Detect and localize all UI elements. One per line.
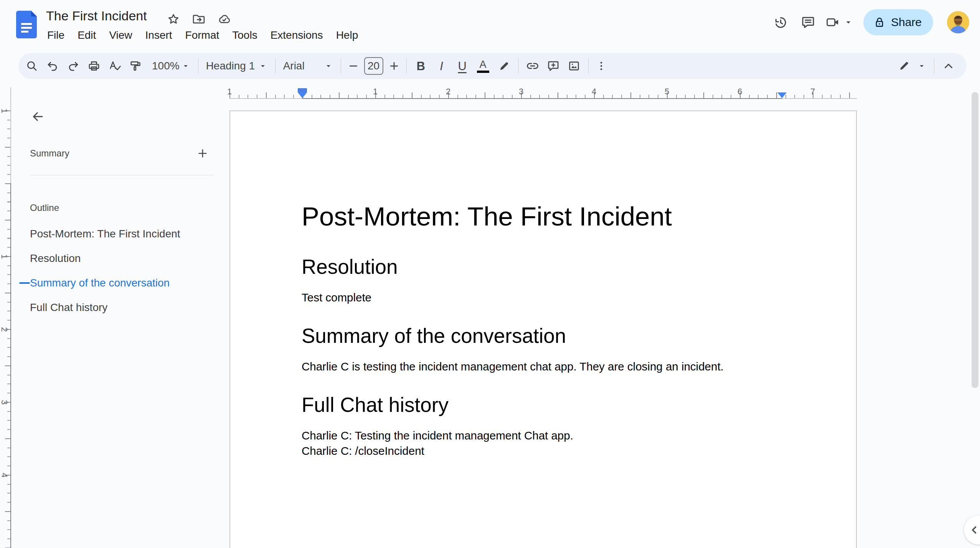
horizontal-ruler: 1 1 2 3 4 5 6 7 [229, 87, 857, 99]
add-comment-icon [547, 59, 560, 72]
lock-icon [873, 16, 886, 28]
show-side-panel-button[interactable] [964, 515, 980, 545]
vertical-scrollbar[interactable] [972, 92, 978, 388]
paragraph-style-select[interactable]: Heading 1 [202, 55, 271, 77]
ruler-label: 3 [0, 397, 9, 408]
zoom-value: 100% [152, 60, 180, 72]
doc-heading-summary[interactable]: Summary of the conversation [302, 324, 785, 348]
menu-file[interactable]: File [41, 27, 71, 44]
insert-link-button[interactable] [522, 55, 543, 77]
underline-icon: U [458, 60, 466, 72]
paint-format-icon [129, 59, 142, 72]
text-color-icon: A [477, 59, 489, 73]
editing-mode-icon [898, 60, 910, 72]
active-item-dash [19, 282, 30, 284]
close-outline-button[interactable] [28, 107, 47, 126]
divider [30, 175, 214, 175]
search-icon [25, 59, 38, 72]
chevron-down-icon [181, 61, 190, 71]
toolbar: 100% Heading 1 Arial 20 B I U [18, 53, 967, 79]
document-page[interactable]: Post-Mortem: The First Incident Resoluti… [229, 110, 857, 548]
menu-help[interactable]: Help [330, 27, 365, 44]
document-status-button[interactable] [215, 10, 233, 28]
doc-heading-resolution[interactable]: Resolution [302, 255, 785, 279]
account-avatar[interactable] [947, 11, 969, 33]
outline-item[interactable]: Full Chat history [18, 295, 219, 320]
text-color-button[interactable]: A [473, 55, 493, 77]
doc-heading-title[interactable]: Post-Mortem: The First Incident [302, 201, 785, 232]
editing-mode-select[interactable] [894, 55, 930, 77]
chevron-down-icon [324, 61, 333, 71]
menu-insert[interactable]: Insert [139, 27, 179, 44]
menu-bar: File Edit View Insert Format Tools Exten… [41, 27, 365, 44]
ruler-label: 5 [659, 87, 675, 97]
redo-button[interactable] [63, 55, 84, 77]
menu-view[interactable]: View [102, 27, 139, 44]
menu-tools[interactable]: Tools [226, 27, 264, 44]
bold-button[interactable]: B [411, 55, 431, 77]
decrease-font-size-button[interactable] [345, 55, 362, 77]
font-family-select[interactable]: Arial [279, 55, 337, 77]
ruler-label: 3 [513, 87, 529, 97]
more-options-button[interactable] [592, 55, 610, 77]
ruler-label: 1 [0, 251, 9, 262]
star-button[interactable] [164, 10, 183, 28]
add-summary-button[interactable] [195, 146, 210, 161]
outline-item-active[interactable]: Summary of the conversation [18, 271, 219, 295]
indent-marker-left[interactable] [298, 88, 307, 98]
ruler-label: 1 [368, 87, 383, 97]
doc-paragraph[interactable]: Charlie C is testing the incident manage… [302, 359, 785, 374]
move-folder-icon [192, 13, 205, 26]
divider [406, 58, 407, 74]
share-label: Share [891, 16, 922, 29]
join-call-button[interactable] [822, 8, 843, 36]
chevron-down-icon [843, 17, 853, 27]
ruler-label: 7 [805, 87, 820, 97]
menu-extensions[interactable]: Extensions [264, 27, 330, 44]
doc-paragraph[interactable]: Charlie C: /closeIncident [302, 443, 785, 459]
divider [934, 58, 934, 74]
outline-item[interactable]: Resolution [18, 246, 219, 271]
font-value: Arial [283, 60, 305, 72]
open-comments-button[interactable] [794, 8, 822, 36]
hide-menus-icon [942, 59, 955, 72]
font-size-input[interactable]: 20 [364, 57, 383, 75]
menu-format[interactable]: Format [179, 27, 226, 44]
search-menus-button[interactable] [21, 55, 42, 77]
paint-format-button[interactable] [125, 55, 146, 77]
divider [588, 58, 589, 74]
share-button[interactable]: Share [863, 9, 933, 35]
document-title[interactable]: The First Incident [46, 8, 147, 23]
spellcheck-button[interactable] [104, 55, 125, 77]
doc-paragraph[interactable]: Charlie C: Testing the incident manageme… [302, 428, 785, 443]
zoom-select[interactable]: 100% [148, 55, 194, 77]
version-history-button[interactable] [767, 8, 794, 36]
more-icon [595, 60, 607, 72]
menu-edit[interactable]: Edit [71, 27, 102, 44]
italic-button[interactable]: I [431, 55, 452, 77]
highlight-color-button[interactable] [493, 55, 514, 77]
plus-icon [388, 60, 400, 72]
back-icon [31, 110, 45, 123]
vertical-ruler: 1 1 2 3 4 [0, 87, 12, 548]
doc-paragraph[interactable]: Test complete [302, 290, 785, 305]
ruler-label: 1 [0, 105, 9, 117]
outline-item[interactable]: Post-Mortem: The First Incident [18, 222, 219, 246]
add-comment-button[interactable] [543, 55, 564, 77]
docs-logo-icon[interactable] [16, 11, 37, 38]
increase-font-size-button[interactable] [386, 55, 403, 77]
divider [518, 58, 518, 74]
insert-image-button[interactable] [564, 55, 584, 77]
hide-menus-button[interactable] [938, 55, 959, 77]
doc-heading-chat-history[interactable]: Full Chat history [302, 393, 785, 417]
indent-marker-right[interactable] [777, 92, 787, 98]
undo-button[interactable] [42, 55, 63, 77]
outline-list: Post-Mortem: The First Incident Resoluti… [18, 222, 219, 320]
print-button[interactable] [84, 55, 104, 77]
underline-button[interactable]: U [452, 55, 473, 77]
cloud-status-icon [218, 13, 231, 26]
ruler-label: 6 [732, 87, 747, 97]
outline-heading: Outline [30, 200, 59, 216]
minus-icon [348, 60, 359, 72]
move-button[interactable] [190, 10, 208, 28]
